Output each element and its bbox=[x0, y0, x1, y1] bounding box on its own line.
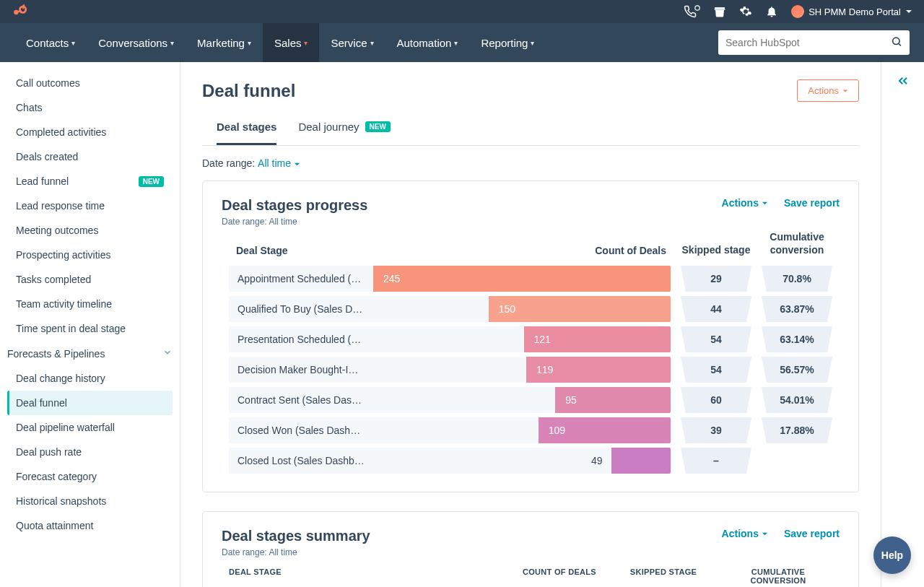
bar-value: 95 bbox=[559, 394, 583, 406]
nav-marketing[interactable]: Marketing▾ bbox=[186, 23, 263, 62]
sidebar-item-time-spent-in-deal-stage[interactable]: Time spent in deal stage bbox=[7, 316, 173, 341]
card-actions-link[interactable]: Actions bbox=[722, 197, 768, 209]
bar-cell[interactable]: Contract Sent (Sales Das…95 bbox=[229, 387, 671, 413]
svg-point-5 bbox=[695, 6, 699, 10]
sidebar-item-label: Tasks completed bbox=[16, 274, 91, 285]
sidebar-item-label: Deals created bbox=[16, 151, 78, 162]
right-rail bbox=[881, 62, 924, 587]
gear-icon[interactable] bbox=[739, 5, 752, 18]
hubspot-logo[interactable] bbox=[12, 4, 27, 19]
sidebar-item-historical-snapshots[interactable]: Historical snapshots bbox=[7, 489, 173, 513]
bell-icon[interactable] bbox=[765, 5, 778, 18]
sidebar-item-label: Chats bbox=[16, 102, 43, 113]
sidebar-item-deal-change-history[interactable]: Deal change history bbox=[7, 366, 173, 391]
cumulative-value: 17.88% bbox=[762, 417, 832, 443]
table-row: Contract Sent (Sales Das…956054.01% bbox=[222, 385, 840, 415]
th-skipped: SKIPPED STAGE bbox=[613, 568, 714, 585]
nav-service[interactable]: Service▾ bbox=[319, 23, 385, 62]
bar-cell[interactable]: Qualified To Buy (Sales D…150 bbox=[229, 296, 671, 322]
bar-label: Closed Won (Sales Dashb… bbox=[229, 425, 373, 436]
table-row: Decision Maker Bought-I…1195456.57% bbox=[222, 355, 840, 385]
page-title: Deal funnel bbox=[202, 81, 295, 101]
table-row: Closed Won (Sales Dashb…1093917.88% bbox=[222, 415, 840, 445]
svg-rect-4 bbox=[22, 6, 24, 9]
caret-down-icon bbox=[762, 200, 768, 206]
sidebar-item-meeting-outcomes[interactable]: Meeting outcomes bbox=[7, 218, 173, 243]
skipped-value: – bbox=[681, 448, 751, 474]
bar-label: Contract Sent (Sales Das… bbox=[229, 394, 373, 406]
bar-label: Closed Lost (Sales Dashb… bbox=[229, 455, 373, 466]
collapse-panel-icon[interactable] bbox=[896, 74, 910, 90]
sidebar-item-deal-push-rate[interactable]: Deal push rate bbox=[7, 440, 173, 464]
tab-deal-stages[interactable]: Deal stages bbox=[217, 115, 276, 145]
sidebar-item-deals-created[interactable]: Deals created bbox=[7, 144, 173, 169]
bar-value: 49 bbox=[585, 455, 609, 466]
cumulative-value: 63.14% bbox=[762, 326, 832, 352]
cumulative-value: 56.57% bbox=[762, 357, 832, 383]
sidebar-item-prospecting-activities[interactable]: Prospecting activities bbox=[7, 243, 173, 267]
cumulative-value: 54.01% bbox=[762, 387, 832, 413]
sidebar-item-label: Deal funnel bbox=[16, 397, 67, 409]
bar-cell[interactable]: Presentation Scheduled (…121 bbox=[229, 326, 671, 352]
sidebar-item-deal-funnel[interactable]: Deal funnel bbox=[7, 391, 173, 415]
nav-conversations[interactable]: Conversations▾ bbox=[87, 23, 186, 62]
sidebar-item-label: Deal push rate bbox=[16, 446, 82, 458]
sidebar-item-lead-response-time[interactable]: Lead response time bbox=[7, 194, 173, 218]
table-row: Qualified To Buy (Sales D…1504463.87% bbox=[222, 294, 840, 324]
sidebar-group-forecasts[interactable]: Forecasts & Pipelines bbox=[7, 341, 173, 366]
th-count: Count of Deals bbox=[595, 245, 666, 256]
sidebar-item-deal-pipeline-waterfall[interactable]: Deal pipeline waterfall bbox=[7, 415, 173, 440]
sidebar: Call outcomesChatsCompleted activitiesDe… bbox=[0, 62, 180, 587]
caret-down-icon: ▾ bbox=[531, 39, 534, 47]
th-deal-stage: Deal Stage bbox=[229, 245, 288, 256]
table-row: Closed Lost (Sales Dashb…49– bbox=[222, 445, 840, 476]
bar-cell[interactable]: Appointment Scheduled (…245 bbox=[229, 266, 671, 292]
caret-down-icon: ▾ bbox=[454, 39, 458, 47]
calling-icon[interactable] bbox=[684, 5, 700, 18]
skipped-value: 29 bbox=[681, 266, 751, 292]
sidebar-item-label: Forecast category bbox=[16, 471, 97, 482]
help-button[interactable]: Help bbox=[873, 536, 911, 574]
save-report-link[interactable]: Save report bbox=[784, 528, 840, 539]
sidebar-item-lead-funnel[interactable]: Lead funnelNEW bbox=[7, 169, 173, 194]
sidebar-item-forecast-category[interactable]: Forecast category bbox=[7, 464, 173, 489]
sidebar-group-label: Forecasts & Pipelines bbox=[7, 348, 105, 360]
sidebar-item-label: Historical snapshots bbox=[16, 495, 106, 507]
search-input[interactable] bbox=[718, 30, 910, 55]
bar-value: 150 bbox=[493, 303, 521, 315]
bar-cell[interactable]: Closed Lost (Sales Dashb…49 bbox=[229, 448, 671, 474]
card-title: Deal stages progress bbox=[222, 197, 367, 214]
date-range-dropdown[interactable]: All time bbox=[258, 157, 300, 169]
card-actions-link[interactable]: Actions bbox=[722, 528, 768, 539]
portal-switcher[interactable]: SH PMM Demo Portal bbox=[791, 5, 912, 18]
sidebar-item-chats[interactable]: Chats bbox=[7, 95, 173, 120]
caret-down-icon: ▾ bbox=[71, 39, 75, 47]
save-report-link[interactable]: Save report bbox=[784, 197, 840, 209]
sidebar-item-label: Deal change history bbox=[16, 373, 105, 384]
main-content: Deal funnel Actions Deal stagesDeal jour… bbox=[180, 62, 881, 587]
caret-down-icon: ▾ bbox=[170, 39, 174, 47]
card-title: Deal stages summary bbox=[222, 528, 370, 544]
search-icon[interactable] bbox=[891, 36, 902, 50]
sidebar-item-completed-activities[interactable]: Completed activities bbox=[7, 120, 173, 144]
bar-value: 245 bbox=[378, 273, 406, 284]
bar-cell[interactable]: Closed Won (Sales Dashb…109 bbox=[229, 417, 671, 443]
sidebar-item-label: Call outcomes bbox=[16, 77, 80, 89]
sidebar-item-tasks-completed[interactable]: Tasks completed bbox=[7, 267, 173, 292]
sidebar-item-call-outcomes[interactable]: Call outcomes bbox=[7, 71, 173, 95]
bar-value: 121 bbox=[528, 334, 557, 345]
tab-deal-journey[interactable]: Deal journeyNEW bbox=[298, 115, 391, 145]
nav-sales[interactable]: Sales▾ bbox=[263, 23, 320, 62]
bar-value: 119 bbox=[531, 364, 559, 375]
nav-reporting[interactable]: Reporting▾ bbox=[469, 23, 546, 62]
sidebar-item-team-activity-timeline[interactable]: Team activity timeline bbox=[7, 292, 173, 316]
bar-cell[interactable]: Decision Maker Bought-I…119 bbox=[229, 357, 671, 383]
marketplace-icon[interactable] bbox=[713, 5, 726, 18]
nav-contacts[interactable]: Contacts▾ bbox=[14, 23, 87, 62]
bar-label: Appointment Scheduled (… bbox=[229, 273, 373, 284]
sidebar-item-quota-attainment[interactable]: Quota attainment bbox=[7, 513, 173, 538]
page-actions-button[interactable]: Actions bbox=[797, 79, 859, 102]
chevron-down-icon bbox=[162, 347, 173, 360]
nav-automation[interactable]: Automation▾ bbox=[385, 23, 470, 62]
caret-down-icon: ▾ bbox=[248, 39, 251, 47]
